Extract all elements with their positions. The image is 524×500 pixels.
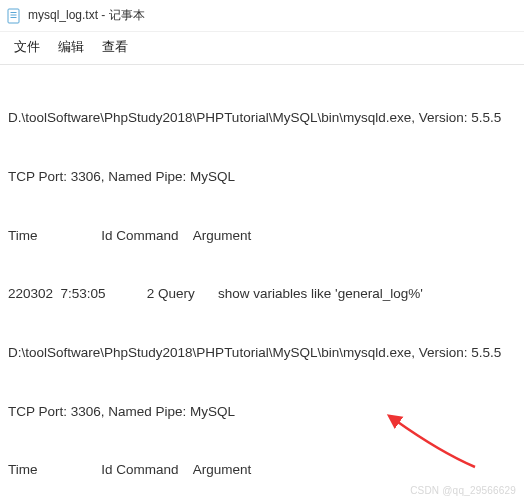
menu-file[interactable]: 文件 xyxy=(14,38,40,56)
log-line: Time Id Command Argument xyxy=(8,226,516,246)
log-line: TCP Port: 3306, Named Pipe: MySQL xyxy=(8,402,516,422)
menu-view[interactable]: 查看 xyxy=(102,38,128,56)
text-content[interactable]: D.\toolSoftware\PhpStudy2018\PHPTutorial… xyxy=(0,65,524,500)
menu-edit[interactable]: 编辑 xyxy=(58,38,84,56)
log-line: D.\toolSoftware\PhpStudy2018\PHPTutorial… xyxy=(8,108,516,128)
svg-rect-0 xyxy=(8,9,19,23)
log-line: D:\toolSoftware\PhpStudy2018\PHPTutorial… xyxy=(8,343,516,363)
window-title: mysql_log.txt - 记事本 xyxy=(28,7,145,24)
log-line: Time Id Command Argument xyxy=(8,460,516,480)
window-titlebar: mysql_log.txt - 记事本 xyxy=(0,0,524,32)
log-line: TCP Port: 3306, Named Pipe: MySQL xyxy=(8,167,516,187)
log-line: 220302 7:53:05 2 Query show variables li… xyxy=(8,284,516,304)
notepad-icon xyxy=(6,8,22,24)
menubar: 文件 编辑 查看 xyxy=(0,32,524,65)
watermark: CSDN @qq_29566629 xyxy=(410,485,516,496)
